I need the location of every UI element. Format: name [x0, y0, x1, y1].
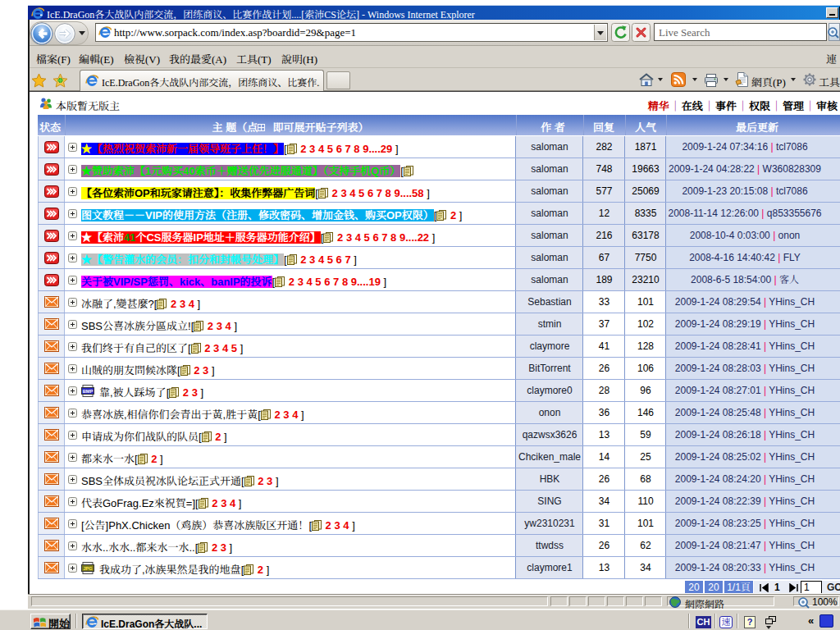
- svg-text:JPG: JPG: [83, 566, 92, 571]
- svg-text:BMP: BMP: [83, 389, 94, 394]
